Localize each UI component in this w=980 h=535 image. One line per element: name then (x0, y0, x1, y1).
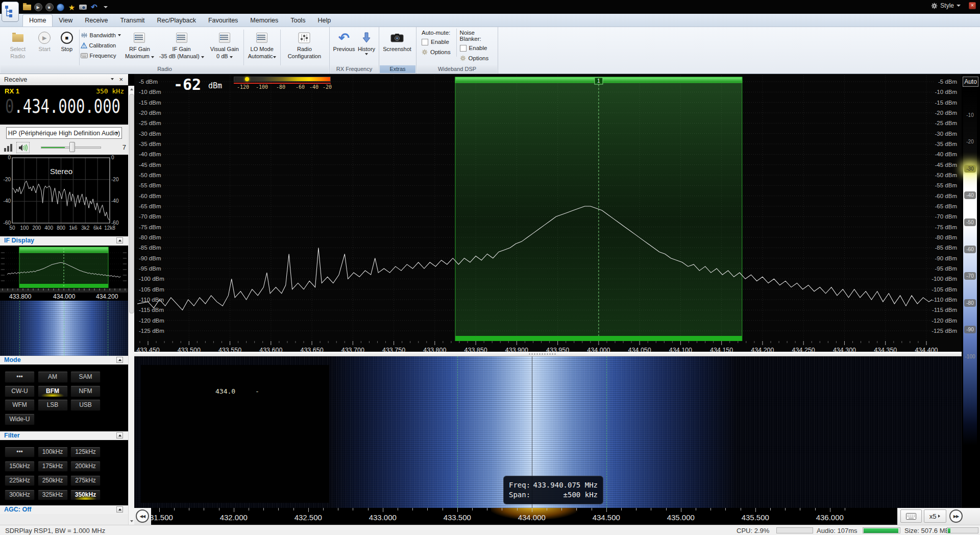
shift-right-button[interactable]: ▶▶ (949, 509, 963, 523)
tab-receive[interactable]: Receive (79, 15, 114, 27)
style-caret-icon[interactable] (957, 5, 961, 7)
undo-icon[interactable]: ↶ (90, 3, 99, 12)
stop-icon[interactable]: ■ (45, 3, 54, 12)
tab-favourites[interactable]: Favourites (202, 15, 244, 27)
panel-close-icon[interactable]: × (119, 76, 123, 83)
tab-tools[interactable]: Tools (284, 15, 311, 27)
tab-help[interactable]: Help (311, 15, 337, 27)
filter-button-350kHz[interactable]: 350kHz (70, 490, 101, 500)
history-button[interactable]: History (356, 29, 377, 55)
filter-button-275kHz[interactable]: 275kHz (70, 475, 101, 486)
lo-mode-button[interactable]: LO ModeAutomatic (244, 29, 279, 59)
filter-button-125kHz[interactable]: 125kHz (70, 447, 101, 457)
tab-home[interactable]: Home (22, 14, 53, 27)
mode-button-CWU[interactable]: CW-U (5, 385, 35, 397)
collapse-icon[interactable] (116, 237, 123, 244)
mode-button-SAM[interactable]: SAM (70, 371, 101, 383)
favourite-star-icon[interactable]: ★ (67, 3, 76, 12)
frequency-button[interactable]: Frequency (81, 51, 123, 60)
noise-blanker-options-button[interactable]: Options (460, 54, 493, 63)
open-folder-icon[interactable] (22, 3, 31, 12)
stop-button[interactable]: ■ Stop (56, 29, 78, 52)
zoom-factor-button[interactable]: x5 (924, 509, 946, 523)
checkbox-icon[interactable] (460, 45, 467, 52)
equalizer-icon[interactable] (4, 143, 12, 152)
play-icon[interactable]: ▶ (34, 3, 42, 12)
mode-button-LSB[interactable]: LSB (38, 399, 68, 411)
scrollbar-thumb[interactable] (129, 94, 134, 313)
palette-level--30[interactable]: -30 (964, 165, 976, 173)
mode-button-WFM[interactable]: WFM (5, 399, 35, 411)
panel-menu-icon[interactable] (111, 78, 114, 80)
filter-button-325kHz[interactable]: 325kHz (38, 490, 68, 500)
auto-mute-enable-checkbox[interactable]: Enable (422, 37, 453, 46)
bandwidth-button[interactable]: Bandwidth (81, 31, 123, 39)
filter-button-175kHz[interactable]: 175kHz (38, 461, 68, 472)
pane-splitter[interactable] (134, 352, 962, 356)
noise-blanker-enable-checkbox[interactable]: Enable (460, 43, 493, 53)
select-radio-button[interactable]: SelectRadio (2, 29, 33, 59)
auto-mute-options-button[interactable]: Options (422, 47, 453, 57)
palette-level--90[interactable]: -90 (964, 326, 976, 333)
auto-range-button[interactable]: Auto (963, 77, 978, 87)
palette-level--10[interactable]: -10 (964, 111, 976, 119)
filter-button-300kHz[interactable]: 300kHz (5, 490, 35, 500)
mode-button-BFM[interactable]: BFM (38, 385, 68, 397)
camera-icon[interactable] (79, 3, 87, 12)
collapse-icon[interactable] (116, 357, 123, 363)
filter-button-[interactable]: ••• (5, 447, 35, 457)
style-menu[interactable]: Style (940, 2, 954, 9)
splitter-grip-icon[interactable] (528, 353, 557, 355)
mode-button-WideU[interactable]: Wide-U (5, 414, 35, 425)
tab-transmit[interactable]: Transmit (114, 15, 151, 27)
shift-left-button[interactable]: ◀◀ (136, 509, 149, 523)
waterfall-frequency-scale[interactable]: 431.500432.000432.500433.000433.500434.0… (134, 508, 962, 525)
palette-level--60[interactable]: -60 (964, 246, 976, 253)
filter-button-250kHz[interactable]: 250kHz (38, 475, 68, 486)
record-icon[interactable] (56, 3, 65, 12)
rf-spectrum-display[interactable]: 1433.450433.500433.550433.600433.650433.… (134, 74, 962, 355)
radio-configuration-button[interactable]: RadioConfiguration (282, 29, 327, 59)
rf-gain-button[interactable]: RF GainMaximum (123, 29, 156, 59)
customize-toolbar-icon[interactable] (101, 3, 110, 12)
filter-button-100kHz[interactable]: 100kHz (38, 447, 68, 457)
palette-level--50[interactable]: -50 (964, 218, 976, 226)
palette-level--100[interactable]: -100 (964, 353, 976, 360)
audio-device-select[interactable]: HP (Périphérique High Definition Audio) (6, 127, 122, 139)
tab-memories[interactable]: Memories (244, 15, 284, 27)
palette-level--20[interactable]: -20 (964, 138, 976, 145)
gear-icon[interactable] (931, 3, 938, 9)
panel-scrollbar[interactable] (128, 86, 134, 525)
mode-button-[interactable]: ••• (5, 371, 35, 383)
mode-button-NFM[interactable]: NFM (70, 385, 101, 397)
keyboard-entry-button[interactable] (900, 509, 922, 523)
if-gain-button[interactable]: IF Gain-35 dB (Manual) (156, 29, 207, 59)
tab-view[interactable]: View (53, 15, 79, 27)
previous-button[interactable]: ↶ Previous (332, 29, 356, 52)
mode-button-USB[interactable]: USB (70, 399, 101, 411)
audio-spectrum-panel[interactable]: 00-20-20-40-40-60-60501002004008001k63k2… (0, 155, 128, 236)
tab-recplayback[interactable]: Rec/Playback (151, 15, 202, 27)
collapse-icon[interactable] (116, 432, 123, 439)
visual-gain-button[interactable]: Visual Gain0 dB (207, 29, 242, 59)
palette-level--80[interactable]: -80 (964, 299, 976, 307)
volume-slider-handle[interactable] (69, 142, 75, 152)
waterfall-display[interactable]: 434.0 - Freq:433.940.075 MHz Span:±500 k… (134, 356, 962, 508)
collapse-icon[interactable] (116, 506, 123, 513)
app-icon[interactable] (2, 2, 19, 22)
mute-speaker-button[interactable] (16, 142, 30, 153)
filter-button-225kHz[interactable]: 225kHz (5, 475, 35, 486)
if-waterfall[interactable] (0, 301, 128, 356)
filter-button-200kHz[interactable]: 200kHz (70, 461, 101, 472)
palette-slider[interactable] (963, 89, 977, 508)
rx-frequency-display[interactable]: RX 1 350 kHz 0.434.000.000 (0, 85, 128, 125)
if-spectrum-panel[interactable] (0, 246, 128, 293)
screenshot-button[interactable]: Screenshot (381, 29, 413, 52)
filter-button-150kHz[interactable]: 150kHz (5, 461, 35, 472)
mode-button-AM[interactable]: AM (38, 371, 68, 383)
frequency-readout[interactable]: 0.434.000.000 (5, 95, 120, 117)
palette-level--40[interactable]: -40 (964, 191, 976, 199)
palette-level--70[interactable]: -70 (964, 272, 976, 280)
checkbox-icon[interactable] (422, 39, 428, 45)
start-button[interactable]: ▶ Start (33, 29, 56, 52)
